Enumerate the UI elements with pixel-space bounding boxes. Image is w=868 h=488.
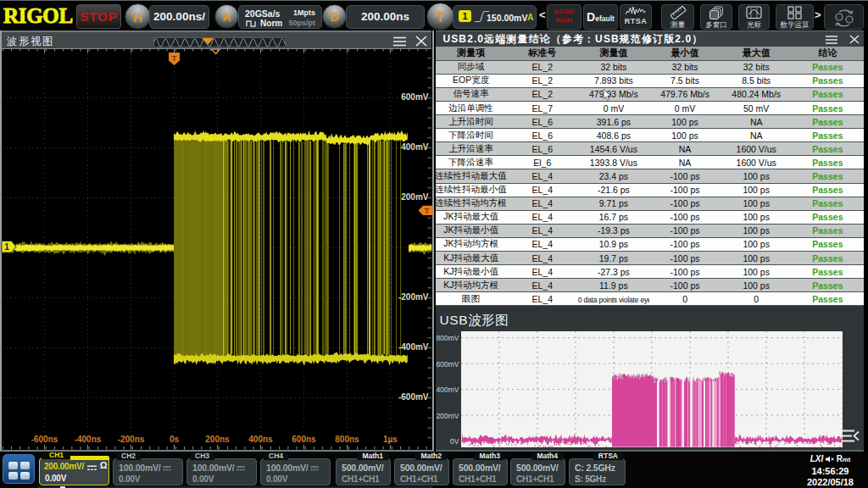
svg-text:T: T	[425, 207, 430, 215]
svg-text:1: 1	[4, 242, 9, 252]
svg-text:T: T	[172, 53, 177, 63]
